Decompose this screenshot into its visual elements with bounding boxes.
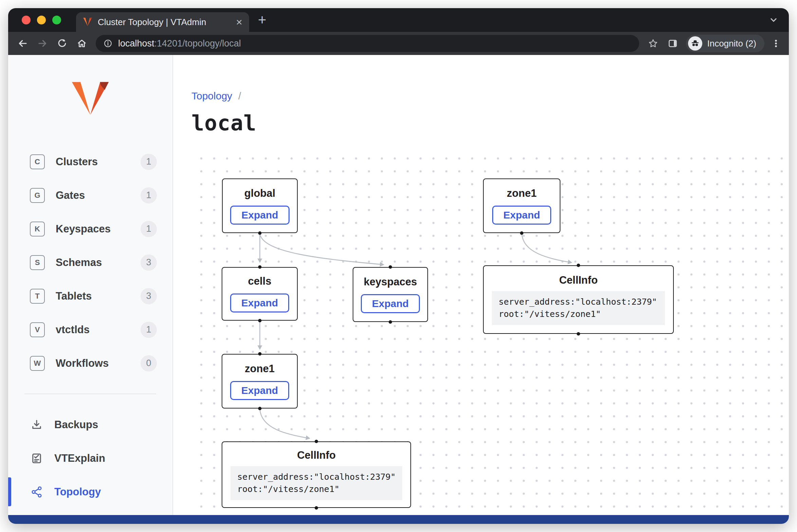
incognito-label: Incognito (2) — [707, 38, 756, 49]
sidebar-item-label: Workflows — [56, 357, 109, 369]
cellinfo-code: server_address:"localhost:2379" root:"/v… — [230, 466, 402, 500]
document-check-icon — [30, 452, 43, 465]
sidebar-item-backups[interactable]: Backups — [8, 408, 172, 441]
node-title: CellInfo — [297, 449, 336, 461]
sidebar-item-label: Backups — [54, 419, 98, 431]
site-info-icon[interactable] — [103, 39, 113, 48]
sidebar-item-label: Schemas — [56, 256, 102, 269]
download-icon — [30, 418, 43, 432]
incognito-profile-chip[interactable]: Incognito (2) — [686, 35, 764, 52]
expand-button-keyspaces[interactable]: Expand — [361, 294, 420, 313]
tab-close-icon[interactable]: × — [236, 17, 242, 27]
menu-kebab-icon[interactable] — [768, 34, 783, 53]
node-title: CellInfo — [559, 274, 598, 286]
sidebar-item-tablets[interactable]: T Tablets 3 — [8, 279, 172, 313]
sidebar-item-clusters[interactable]: C Clusters 1 — [8, 145, 172, 178]
page-title: local — [191, 111, 257, 135]
tablets-letter-icon: T — [30, 289, 45, 304]
sidebar-item-keyspaces[interactable]: K Keyspaces 1 — [8, 212, 172, 246]
node-title: cells — [248, 275, 272, 287]
expand-button-zone1[interactable]: Expand — [492, 206, 551, 225]
footer-accent-bar — [8, 515, 789, 524]
cellinfo-code: server_address:"localhost:2379" root:"/v… — [492, 291, 665, 325]
clusters-letter-icon: C — [30, 154, 45, 169]
workflows-letter-icon: W — [30, 356, 45, 371]
back-button[interactable] — [14, 34, 32, 53]
topology-node-cells: cells Expand — [222, 267, 298, 321]
code-line: root:"/vitess/zone1" — [237, 483, 395, 495]
new-tab-button[interactable]: + — [258, 13, 266, 27]
side-panel-icon[interactable] — [664, 34, 682, 53]
url-text: localhost:14201/topology/local — [118, 38, 241, 49]
bookmark-star-icon[interactable] — [644, 34, 662, 53]
count-badge: 3 — [141, 254, 157, 271]
count-badge: 0 — [141, 355, 157, 372]
node-title: keyspaces — [364, 276, 417, 288]
code-line: server_address:"localhost:2379" — [237, 471, 395, 483]
sidebar-item-schemas[interactable]: S Schemas 3 — [8, 246, 172, 279]
sidebar-item-gates[interactable]: G Gates 1 — [8, 178, 172, 212]
count-badge: 1 — [141, 221, 157, 237]
breadcrumb-separator: / — [238, 90, 241, 102]
topology-node-cellinfo-bottom: CellInfo server_address:"localhost:2379"… — [222, 441, 411, 508]
keyspaces-letter-icon: K — [30, 222, 45, 236]
node-title: zone1 — [245, 363, 275, 375]
sidebar-item-label: Gates — [56, 189, 85, 202]
main-content: Topology / local — [173, 55, 789, 515]
maximize-window-button[interactable] — [52, 16, 61, 24]
topology-node-zone1-mid: zone1 Expand — [222, 354, 298, 408]
sidebar-item-vtctlds[interactable]: V vtctlds 1 — [8, 313, 172, 346]
node-title: global — [244, 187, 275, 200]
sidebar-item-label: Keyspaces — [56, 223, 111, 235]
active-indicator — [8, 477, 11, 506]
tab-strip: Cluster Topology | VTAdmin × + — [8, 8, 789, 32]
sidebar-divider — [24, 394, 156, 394]
sidebar-item-label: Tablets — [56, 290, 92, 302]
sidebar-item-topology[interactable]: Topology — [8, 475, 172, 509]
node-title: zone1 — [507, 187, 537, 200]
gates-letter-icon: G — [30, 188, 45, 203]
home-button[interactable] — [73, 34, 91, 53]
sidebar-item-workflows[interactable]: W Workflows 0 — [8, 346, 172, 380]
count-badge: 1 — [141, 154, 157, 170]
vitess-logo[interactable] — [8, 81, 172, 117]
browser-toolbar: localhost:14201/topology/local Incogn — [8, 32, 789, 55]
code-line: server_address:"localhost:2379" — [499, 296, 658, 308]
expand-button-cells[interactable]: Expand — [230, 293, 289, 312]
code-line: root:"/vitess/zone1" — [499, 308, 658, 320]
vitess-favicon-icon — [83, 18, 92, 26]
topology-node-cellinfo-right: CellInfo server_address:"localhost:2379"… — [483, 265, 674, 334]
topology-node-keyspaces: keyspaces Expand — [353, 267, 428, 322]
browser-tab[interactable]: Cluster Topology | VTAdmin × — [76, 12, 249, 32]
minimize-window-button[interactable] — [37, 16, 46, 24]
count-badge: 3 — [141, 288, 157, 304]
sidebar-item-label: VTExplain — [54, 452, 105, 464]
sidebar-item-label: Clusters — [56, 156, 98, 168]
topology-icon — [30, 485, 43, 499]
sidebar-item-vtexplain[interactable]: VTExplain — [8, 441, 172, 475]
count-badge: 1 — [141, 322, 157, 338]
sidebar-item-label: Topology — [54, 486, 101, 498]
sidebar: C Clusters 1 G Gates 1 K Keyspaces 1 S S… — [8, 55, 173, 515]
tab-search-chevron-icon[interactable] — [768, 14, 779, 26]
schemas-letter-icon: S — [30, 255, 45, 270]
expand-button-global[interactable]: Expand — [230, 206, 289, 225]
sidebar-nav: C Clusters 1 G Gates 1 K Keyspaces 1 S S… — [8, 145, 172, 380]
close-window-button[interactable] — [22, 16, 31, 24]
topology-graph: global Expand zone1 Expand cells Expand … — [191, 147, 789, 515]
incognito-icon — [688, 36, 702, 51]
browser-window: Cluster Topology | VTAdmin × + — [8, 8, 789, 524]
breadcrumb-topology-link[interactable]: Topology — [191, 90, 232, 102]
vtctlds-letter-icon: V — [30, 322, 45, 337]
breadcrumb: Topology / — [191, 90, 241, 102]
topology-node-zone1-top: zone1 Expand — [483, 178, 560, 233]
expand-button-zone1-mid[interactable]: Expand — [230, 381, 289, 400]
address-bar[interactable]: localhost:14201/topology/local — [96, 35, 639, 52]
topology-node-global: global Expand — [222, 178, 298, 233]
forward-button[interactable] — [33, 34, 52, 53]
reload-button[interactable] — [53, 34, 71, 53]
tab-title: Cluster Topology | VTAdmin — [98, 17, 228, 27]
sidebar-item-label: vtctlds — [56, 324, 90, 336]
count-badge: 1 — [141, 187, 157, 204]
traffic-lights — [22, 16, 61, 24]
